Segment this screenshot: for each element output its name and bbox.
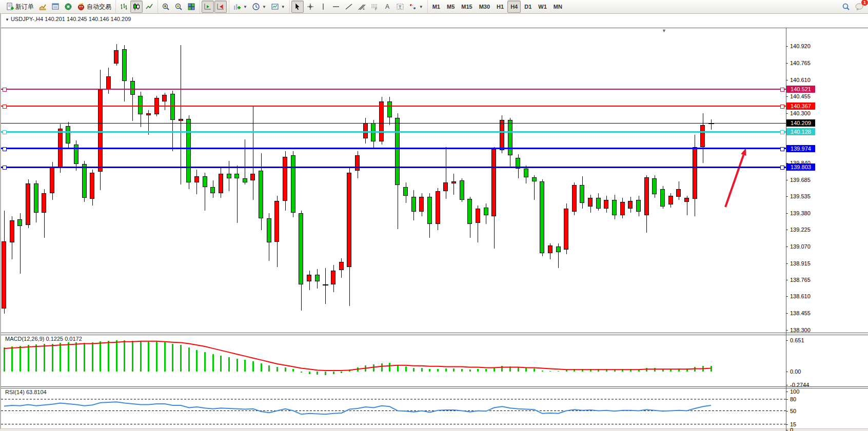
indicators-button[interactable]: ▼ <box>231 1 249 13</box>
candle-body <box>476 209 480 223</box>
trendline-button[interactable] <box>343 1 355 13</box>
timeframe-m30-button[interactable]: M30 <box>476 1 493 13</box>
auto-scroll-button[interactable] <box>202 1 214 13</box>
timeframe-m15-button[interactable]: M15 <box>458 1 475 13</box>
annotation-arrow-line[interactable] <box>725 155 743 207</box>
candle-body <box>130 81 135 95</box>
macd-histogram-bar <box>116 340 117 372</box>
line-handle[interactable] <box>3 147 7 151</box>
line-handle[interactable] <box>780 166 784 170</box>
macd-histogram-bar <box>148 342 149 372</box>
line-handle[interactable] <box>780 88 784 92</box>
fibonacci-button[interactable]: F <box>368 1 381 13</box>
horizontal-line[interactable] <box>1 89 786 90</box>
macd-histogram-bar <box>188 347 190 372</box>
text-label-button[interactable]: T <box>394 1 406 13</box>
line-handle[interactable] <box>780 105 784 109</box>
candle-body <box>460 180 464 200</box>
timeframe-h1-button[interactable]: H1 <box>494 1 507 13</box>
candle-body <box>548 245 553 253</box>
horizontal-line-button[interactable] <box>330 1 342 13</box>
candle-body <box>564 209 568 250</box>
rsi-tick-label: 80 <box>790 396 796 402</box>
search-button[interactable] <box>840 1 852 13</box>
periods-button[interactable]: ▼ <box>250 1 268 13</box>
chart-shift-button[interactable] <box>214 1 227 13</box>
macd-histogram-bar <box>678 368 680 372</box>
horizontal-line[interactable] <box>1 131 786 133</box>
zoom-out-button[interactable] <box>172 1 185 13</box>
arrows-button[interactable]: ▼ <box>407 1 425 13</box>
crosshair-button[interactable] <box>304 1 317 13</box>
macd-histogram-bar <box>397 365 399 372</box>
line-handle[interactable] <box>3 130 7 134</box>
candle-body <box>491 149 496 216</box>
svg-text:F: F <box>375 7 377 11</box>
candle-body <box>668 196 673 204</box>
candle-body <box>387 101 392 118</box>
data-window-button[interactable] <box>49 1 62 13</box>
zoom-in-button[interactable] <box>160 1 172 13</box>
fibonacci-icon: F <box>370 3 379 11</box>
channel-icon: E <box>358 3 366 11</box>
zoom-in-icon <box>162 3 170 11</box>
horizontal-line[interactable] <box>1 167 786 168</box>
macd-label: MACD(12,26,9) 0.1225 0.0172 <box>5 336 82 342</box>
macd-histogram-bar <box>614 370 616 372</box>
line-chart-button[interactable] <box>143 1 155 13</box>
macd-histogram-bar <box>341 372 342 373</box>
candle-body <box>26 183 30 224</box>
line-handle[interactable] <box>3 88 7 92</box>
timeframe-mn-button[interactable]: MN <box>550 1 565 13</box>
price-tick-label: 140.765 <box>790 60 811 66</box>
timeframe-w1-button[interactable]: W1 <box>535 1 550 13</box>
new-order-button[interactable]: 新订单 <box>4 1 36 13</box>
autotrading-button[interactable]: 自动交易 <box>75 1 113 13</box>
timeframe-m1-button[interactable]: M1 <box>429 1 443 13</box>
channel-button[interactable]: E <box>356 1 368 13</box>
horizontal-line[interactable] <box>1 106 786 107</box>
candle-doji <box>323 284 328 285</box>
macd-tick <box>786 372 788 372</box>
timeframe-m5-button[interactable]: M5 <box>444 1 458 13</box>
cursor-button[interactable] <box>291 1 304 13</box>
templates-button[interactable]: ▼ <box>269 1 287 13</box>
navigator-button[interactable] <box>62 1 74 13</box>
price-tick-label: 140.920 <box>790 43 811 49</box>
candle-body <box>227 174 231 178</box>
community-button[interactable]: 1 <box>853 1 866 13</box>
chart-shift-marker[interactable]: ▼ <box>662 28 666 33</box>
vertical-line-button[interactable] <box>317 1 329 13</box>
timeframe-d1-button[interactable]: D1 <box>521 1 535 13</box>
candlestick-chart-button[interactable] <box>130 1 143 13</box>
candle-body <box>42 193 46 213</box>
horizontal-line[interactable] <box>1 148 786 149</box>
macd-tick-label: 0.00 <box>790 368 801 375</box>
candle-body <box>467 199 472 224</box>
macd-histogram-bar <box>534 368 535 372</box>
line-handle[interactable] <box>780 147 784 151</box>
candle-body <box>299 213 303 285</box>
bar-chart-button[interactable] <box>117 1 130 13</box>
line-handle[interactable] <box>3 166 7 170</box>
tile-windows-button[interactable] <box>185 1 198 13</box>
macd-histogram-bar <box>654 368 656 372</box>
auto-scroll-icon <box>204 3 212 11</box>
price-tick <box>786 96 788 97</box>
autotrading-label: 自动交易 <box>87 3 111 11</box>
price-tick-label: 139.380 <box>790 210 811 216</box>
price-tick <box>786 63 788 64</box>
candle-wick <box>253 106 253 200</box>
market-watch-button[interactable] <box>36 1 49 13</box>
line-handle[interactable] <box>3 105 7 109</box>
collapse-icon[interactable]: ▼ <box>5 17 9 22</box>
timeframe-h4-button[interactable]: H4 <box>507 1 521 13</box>
line-handle[interactable] <box>780 130 784 134</box>
candle-body <box>604 200 608 209</box>
autotrading-icon <box>77 3 85 11</box>
price-badge: 140.128 <box>786 128 815 135</box>
macd-histogram-bar <box>421 368 423 372</box>
text-button[interactable]: A <box>381 1 393 13</box>
chart-window[interactable]: ▼USDJPY-,H4 140.201 140.245 140.146 140.… <box>0 14 868 431</box>
crosshair-icon <box>306 3 314 11</box>
